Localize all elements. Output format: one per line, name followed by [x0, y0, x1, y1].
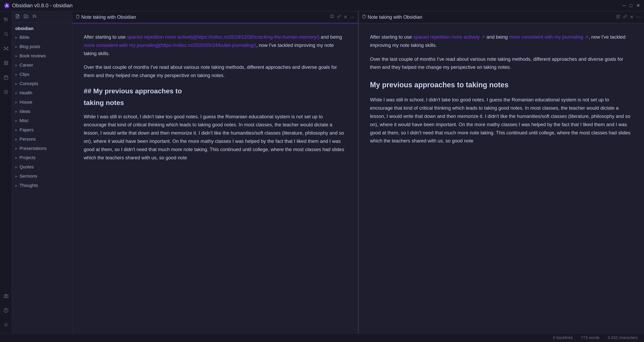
sidebar-item-persons[interactable]: ▶ Persons [12, 134, 72, 144]
sidebar-arrow-career: ▶ [15, 64, 18, 67]
more-options-left-button[interactable]: ⋯ [350, 14, 354, 20]
sidebar-arrow-clips: ▶ [15, 73, 18, 76]
svg-point-18 [6, 324, 7, 326]
right-para-3: While I was still in school, I didn't ta… [370, 96, 633, 145]
sidebar-item-concepts[interactable]: ▶ Concepts [12, 79, 72, 88]
sidebar-label-book-reviews: Book reviews [20, 53, 46, 58]
sidebar-arrow-bible: ▶ [15, 36, 18, 39]
svg-point-13 [6, 92, 6, 92]
copy-link-button-left[interactable] [337, 14, 341, 20]
activity-settings-icon[interactable] [2, 321, 10, 329]
edit-button-right[interactable] [616, 14, 620, 20]
activity-files-icon[interactable] [2, 15, 10, 24]
sidebar-label-presentations: Presentations [20, 146, 47, 151]
more-options-right-button[interactable]: ⋯ [636, 14, 641, 20]
sidebar-arrow-health: ▶ [15, 91, 18, 94]
file-explorer: ▶ Bible ▶ Blog posts ▶ Book reviews ▶ Ca… [12, 33, 72, 333]
left-tab-title: Note taking with Obsidian [81, 14, 328, 20]
link-spaced-repetition-right[interactable]: spaced repetition more actively ↗ [413, 34, 485, 40]
activity-search-icon[interactable] [2, 30, 10, 38]
right-tab-actions: ✕ ⋯ [616, 14, 641, 20]
right-pane-content: After starting to use spaced repetition … [359, 23, 644, 333]
sidebar-item-sermons[interactable]: ▶ Sermons [12, 172, 72, 181]
left-pane-tabbar: Note taking with Obsidian [72, 11, 358, 23]
activity-graph-icon[interactable] [2, 44, 10, 53]
activity-tag-icon[interactable] [2, 88, 10, 96]
sidebar-arrow-concepts: ▶ [15, 82, 18, 85]
right-para-2: Over the last couple of months I've read… [370, 55, 633, 72]
new-file-button[interactable] [15, 14, 20, 20]
activity-calendar-icon[interactable] [2, 73, 10, 82]
left-heading: ## My previous approaches totaking notes [84, 85, 346, 109]
maximize-button[interactable]: □ [630, 3, 632, 8]
sidebar-label-ideas: Ideas [20, 109, 30, 114]
svg-point-7 [7, 49, 8, 50]
sort-button[interactable] [32, 14, 37, 20]
sidebar-item-blog-posts[interactable]: ▶ Blog posts [12, 42, 72, 51]
word-count: 773 words [581, 335, 600, 340]
new-folder-button[interactable] [24, 14, 28, 20]
sidebar-item-thoughts[interactable]: ▶ Thoughts [12, 181, 72, 190]
link-journaling-left[interactable]: more consistent with my journaling](http… [84, 42, 256, 48]
svg-rect-11 [6, 63, 8, 65]
svg-rect-14 [4, 295, 8, 298]
sidebar-item-health[interactable]: ▶ Health [12, 88, 72, 98]
sidebar-label-thoughts: Thoughts [20, 183, 38, 188]
sidebar-label-projects: Projects [20, 155, 36, 160]
activity-grid-icon[interactable] [2, 59, 10, 67]
svg-point-0 [4, 3, 10, 8]
svg-point-15 [5, 296, 7, 297]
sidebar-toolbar [12, 11, 72, 23]
character-count: 4,332 characters [608, 335, 638, 340]
sidebar-arrow-ideas: ▶ [15, 110, 18, 113]
sidebar-item-papers[interactable]: ▶ Papers [12, 125, 72, 134]
close-button[interactable]: ✕ [636, 3, 640, 8]
svg-point-2 [4, 32, 7, 35]
sidebar-arrow-misc: ▶ [15, 119, 18, 122]
vault-name: obsidian [12, 23, 72, 33]
sidebar: obsidian ▶ Bible ▶ Blog posts ▶ Book rev… [12, 11, 72, 333]
sidebar-item-ideas[interactable]: ▶ Ideas [12, 107, 72, 116]
sidebar-arrow-blog-posts: ▶ [15, 45, 18, 48]
link-journaling-right[interactable]: more consistent with my journaling ↗ [509, 34, 589, 40]
sidebar-item-clips[interactable]: ▶ Clips [12, 70, 72, 79]
activity-camera-icon[interactable] [2, 292, 10, 300]
sidebar-arrow-quotes: ▶ [15, 165, 18, 168]
activity-help-icon[interactable] [2, 306, 10, 315]
sidebar-item-house[interactable]: ▶ House [12, 98, 72, 107]
close-left-pane-button[interactable]: ✕ [344, 14, 347, 20]
close-right-pane-button[interactable]: ✕ [630, 14, 634, 20]
statusbar: 0 backlinks 773 words 4,332 characters [0, 333, 644, 342]
sidebar-label-misc: Misc [20, 118, 28, 123]
svg-rect-8 [4, 61, 6, 62]
svg-point-5 [7, 47, 8, 48]
link-spaced-repetition-left[interactable]: spaced repetition more actively](https:/… [127, 34, 320, 40]
sidebar-label-sermons: Sermons [20, 174, 37, 179]
sidebar-item-quotes[interactable]: ▶ Quotes [12, 162, 72, 172]
minimize-button[interactable]: ─ [622, 3, 626, 8]
sidebar-item-book-reviews[interactable]: ▶ Book reviews [12, 51, 72, 60]
reading-view-button[interactable] [330, 14, 334, 20]
svg-rect-10 [4, 63, 6, 65]
copy-link-button-right[interactable] [623, 14, 627, 20]
left-para-2: Over the last couple of months I've read… [84, 63, 346, 80]
right-para-1: After starting to use spaced repetition … [370, 33, 633, 50]
left-para-3: While I was still in school, I didn't ta… [84, 113, 346, 162]
sidebar-arrow-presentations: ▶ [15, 147, 18, 150]
sidebar-label-career: Career [20, 62, 33, 68]
right-tab-title: Note taking with Obsidian [368, 14, 615, 20]
sidebar-item-misc[interactable]: ▶ Misc [12, 116, 72, 125]
sidebar-arrow-projects: ▶ [15, 156, 18, 159]
window-controls: ─ □ ✕ [622, 3, 640, 8]
window-title: Obsidian v0.8.0 - obsidian [12, 2, 73, 9]
sidebar-label-concepts: Concepts [20, 81, 38, 86]
sidebar-item-career[interactable]: ▶ Career [12, 60, 72, 70]
sidebar-item-bible[interactable]: ▶ Bible [12, 33, 72, 42]
svg-rect-9 [6, 61, 8, 62]
sidebar-label-blog-posts: Blog posts [20, 44, 40, 49]
right-tab-file-icon [362, 14, 366, 20]
sidebar-arrow-book-reviews: ▶ [15, 54, 18, 58]
content-area: Note taking with Obsidian [72, 11, 644, 333]
sidebar-item-presentations[interactable]: ▶ Presentations [12, 144, 72, 153]
sidebar-item-projects[interactable]: ▶ Projects [12, 153, 72, 162]
